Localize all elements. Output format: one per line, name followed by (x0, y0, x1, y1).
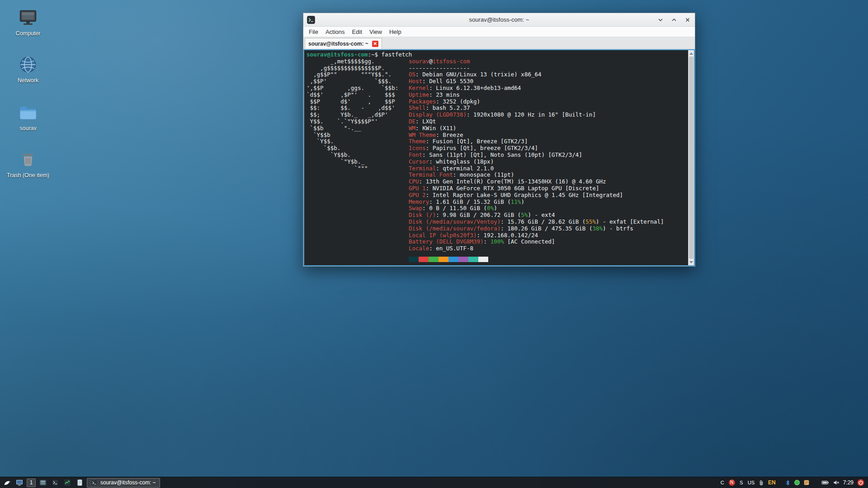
menu-view[interactable]: View (366, 28, 386, 36)
desktop-icon-label: Computer (6, 30, 50, 37)
close-button[interactable] (684, 16, 691, 23)
trash-icon (6, 149, 50, 170)
desktop: Computer Network sourav (0, 0, 868, 488)
info-wm: WM: KWin (X11) (409, 125, 664, 132)
info-theme: Theme: Fusion [Qt], Breeze [GTK2/3] (409, 138, 664, 145)
info-swap: Swap: 0 B / 11.50 GiB (0%) (409, 205, 664, 212)
desktop-icon-network[interactable]: Network (6, 54, 50, 84)
info-host: Host: Dell G15 5530 (409, 78, 664, 85)
minimize-button[interactable] (657, 16, 664, 23)
terminal-output[interactable]: sourav@itsfoss-com:~$ fastfetch _,met$$$… (304, 50, 688, 265)
info-disk-media-sourav-fedora-: Disk (/media/sourav/fedora): 180.26 GiB … (409, 225, 664, 232)
scrollbar-thumb[interactable] (689, 56, 693, 259)
info-display-lgd0738-: Display (LGD0738): 868x488 @ 120 Hz in… (409, 112, 664, 118)
scrollbar-up-arrow-icon[interactable] (689, 51, 694, 56)
color-palette (409, 257, 686, 262)
info-font: Font: Sans (11pt) [Qt], Noto Sans (10pt)… (409, 152, 664, 159)
window-title: sourav@itsfoss-com: ~ (303, 16, 695, 23)
info-battery-dell-dvg8m39-: Battery (DELL DVG8M39): 100% [AC Connect… (409, 239, 664, 245)
launcher-file-manager[interactable] (38, 478, 48, 488)
show-desktop-icon (16, 479, 23, 486)
info-shell: Shell: bash 5.2.37 (409, 105, 664, 112)
palette-swatch-0 (409, 257, 419, 262)
system-monitor-icon (64, 479, 71, 486)
file-manager-icon (39, 479, 47, 486)
tab-label: sourav@itsfoss-com: ~ (308, 41, 368, 47)
desktop-icon-label: sourav (6, 125, 50, 131)
power-button[interactable] (857, 479, 864, 486)
volume-muted-icon[interactable] (833, 479, 840, 486)
main-menu-button[interactable] (2, 478, 12, 488)
info-gpu-2: GPU 2: Intel Raptor Lake-S UHD Graphics … (409, 192, 664, 199)
desktop-icon-home-folder[interactable]: sourav (6, 102, 50, 131)
palette-swatch-2 (429, 257, 439, 262)
task-button-terminal[interactable]: sourav@itsfoss-com: ~ (87, 478, 160, 488)
prompt-separator: :~$ (368, 51, 381, 58)
capslock-indicator[interactable]: C (720, 480, 725, 485)
fetch-separator: ------------------ (409, 65, 664, 72)
palette-swatch-3 (439, 257, 448, 262)
terminal-tab[interactable]: sourav@itsfoss-com: ~ ✕ (305, 38, 382, 49)
terminal-scrollbar[interactable] (688, 50, 694, 265)
launcher-terminal[interactable] (50, 478, 60, 488)
palette-swatch-4 (448, 257, 458, 262)
launcher-system-monitor[interactable] (62, 478, 72, 488)
scrollbar-down-arrow-icon[interactable] (689, 259, 694, 265)
lxqt-bird-icon (4, 479, 11, 487)
computer-icon (6, 7, 50, 28)
clipboard-icon[interactable] (758, 479, 764, 486)
prompt-userhost: sourav@itsfoss-com (307, 51, 368, 58)
fastfetch-output: _,met$$$$$gg. ,g$$$$$$$$$$$$$$$P. ,g$$P"… (307, 58, 686, 252)
system-tray: C N S US EN (720, 479, 866, 486)
info-terminal-font: Terminal Font: monospace (11pt) (409, 172, 664, 178)
palette-swatch-5 (458, 257, 468, 262)
bluetooth-icon[interactable] (785, 479, 791, 486)
terminal-window: sourav@itsfoss-com: ~ FileActionsEditVie… (303, 13, 695, 267)
language-indicator[interactable]: EN (768, 479, 776, 486)
notes-icon[interactable] (803, 479, 810, 486)
info-disk-media-sourav-ventoy-: Disk (/media/sourav/Ventoy): 15.76 GiB /… (409, 219, 664, 225)
clock[interactable]: 7:29 (843, 479, 854, 486)
window-titlebar[interactable]: sourav@itsfoss-com: ~ (303, 13, 695, 27)
maximize-button[interactable] (670, 16, 678, 23)
show-desktop-button[interactable] (14, 478, 24, 488)
info-local-ip-wlp0s20f3-: Local IP (wlp0s20f3): 192.168.0.142/24 (409, 232, 664, 239)
info-cpu: CPU: 13th Gen Intel(R) Core(TM) i5-13450… (409, 178, 664, 185)
scrolllock-indicator[interactable]: S (739, 480, 744, 485)
terminal-icon (91, 479, 98, 486)
task-button-label: sourav@itsfoss-com: ~ (100, 479, 156, 486)
battery-icon[interactable] (821, 479, 829, 486)
taskbar-panel: 1 (0, 477, 868, 488)
terminal-icon (52, 479, 59, 486)
info-memory: Memory: 1.61 GiB / 15.32 GiB (11%) (409, 199, 664, 206)
keyboard-layout-indicator[interactable]: US (748, 480, 755, 485)
palette-swatch-6 (468, 257, 478, 262)
network-status-icon[interactable] (794, 480, 800, 485)
info-locale: Locale: en_US.UTF-8 (409, 245, 664, 252)
info-os: OS: Debian GNU/Linux 13 (trixie) x86_64 (409, 71, 664, 78)
menu-file[interactable]: File (305, 28, 322, 36)
info-packages: Packages: 3252 (dpkg) (409, 99, 664, 105)
numlock-indicator[interactable]: N (729, 479, 735, 486)
network-globe-icon (6, 54, 50, 75)
menu-help[interactable]: Help (386, 28, 405, 36)
desktop-icon-label: Network (6, 77, 50, 84)
tab-close-icon[interactable]: ✕ (372, 41, 378, 47)
shell-prompt: sourav@itsfoss-com:~$ fastfetch (307, 52, 686, 58)
launcher-text-editor[interactable] (75, 478, 85, 488)
desktop-icon-computer[interactable]: Computer (6, 7, 50, 37)
palette-swatch-7 (478, 257, 488, 262)
folder-icon (6, 102, 50, 123)
terminal-app-icon (307, 16, 315, 24)
info-wm-theme: WM Theme: Breeze (409, 132, 664, 139)
info-kernel: Kernel: Linux 6.12.38+deb13-amd64 (409, 85, 664, 92)
menu-actions[interactable]: Actions (322, 28, 349, 36)
fetch-title: sourav@itsfoss-com (409, 58, 664, 65)
workspace-switcher[interactable]: 1 (27, 479, 36, 487)
menu-edit[interactable]: Edit (349, 28, 366, 36)
desktop-icon-trash[interactable]: Trash (One item) (6, 149, 50, 178)
prompt-command: fastfetch (382, 51, 412, 58)
info-de: DE: LXQt (409, 118, 664, 125)
system-info-list: sourav@itsfoss-com------------------OS: … (409, 58, 664, 252)
info-disk-: Disk (/): 9.98 GiB / 206.72 GiB (5%) - e… (409, 212, 664, 219)
